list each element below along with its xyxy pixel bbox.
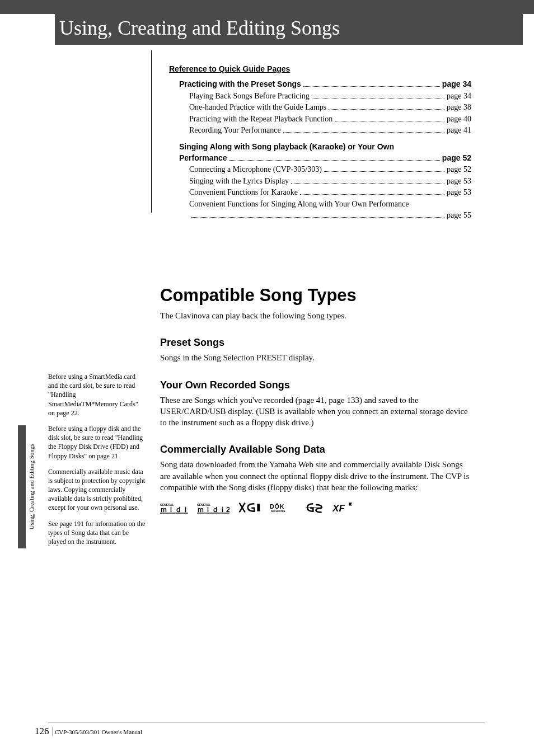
ref-page: page 38 xyxy=(447,102,471,113)
leader-dots xyxy=(329,109,444,110)
side-note: Commercially available music data is sub… xyxy=(48,467,146,513)
page-number: 126 xyxy=(35,726,49,737)
ref-heading: Performance page 52 xyxy=(169,153,471,164)
ref-label: Recording Your Performance xyxy=(189,125,281,136)
ref-item-wrap: Convenient Functions for Singing Along w… xyxy=(169,199,471,210)
leader-dots xyxy=(324,171,444,172)
ref-page: page 52 xyxy=(447,164,471,175)
ref-item: One-handed Practice with the Guide Lamps… xyxy=(169,102,471,113)
svg-text:ｍｉｄｉ2: ｍｉｄｉ2 xyxy=(197,505,229,514)
body-text: Songs in the Song Selection PRESET displ… xyxy=(160,352,474,363)
ref-heading-wrap: Singing Along with Song playback (Karaok… xyxy=(169,142,471,153)
ref-page: page 52 xyxy=(442,153,471,164)
body-text: Song data downloaded from the Yamaha Web… xyxy=(160,459,474,493)
gm-logo-icon: GENERALｍｉｄｉ xyxy=(160,501,188,516)
ref-page: page 34 xyxy=(442,79,471,90)
gm2-logo-icon: GENERALｍｉｄｉ2 xyxy=(197,501,229,516)
side-note: Before using a floppy disk and the disk … xyxy=(48,424,146,461)
svg-rect-4 xyxy=(257,504,260,511)
svg-text:XF: XF xyxy=(332,503,345,514)
leader-dots xyxy=(283,132,444,133)
ref-page: page 41 xyxy=(447,125,471,136)
ref-label: Connecting a Microphone (CVP-305/303) xyxy=(189,164,322,175)
page-title-band: Using, Creating and Editing Songs xyxy=(55,11,523,45)
side-column: Before using a SmartMedia card and the c… xyxy=(48,372,146,553)
svg-text:ｍｉｄｉ: ｍｉｄｉ xyxy=(160,505,188,514)
footer-text: CVP-305/303/301 Owner's Manual xyxy=(55,729,142,735)
xg-logo-icon xyxy=(238,501,261,516)
disk-orchestra-logo-icon: DÖKORCHESTRA xyxy=(270,501,296,516)
ref-item: Recording Your Performance page 41 xyxy=(169,125,471,136)
ref-item: Singing with the Lyrics Display page 53 xyxy=(169,176,471,187)
page-title: Using, Creating and Editing Songs xyxy=(59,17,340,39)
ref-label: Convenient Functions for Karaoke xyxy=(189,187,298,198)
svg-text:ORCHESTRA: ORCHESTRA xyxy=(271,510,285,513)
footer-divider xyxy=(48,722,485,722)
section-h2: Commercially Available Song Data xyxy=(160,444,474,456)
margin-tab xyxy=(18,425,26,548)
ref-label: One-handed Practice with the Guide Lamps xyxy=(189,102,326,113)
leader-dots xyxy=(291,183,444,184)
ref-page: page 55 xyxy=(447,210,471,221)
ref-item: Connecting a Microphone (CVP-305/303) pa… xyxy=(169,164,471,175)
xf-logo-icon: XF xyxy=(332,501,354,516)
side-note: Before using a SmartMedia card and the c… xyxy=(48,372,146,417)
ref-item: Practicing with the Repeat Playback Func… xyxy=(169,114,471,125)
vertical-divider xyxy=(151,50,152,213)
leader-dots xyxy=(303,86,440,87)
margin-tab-text: Using, Creating and Editing Songs xyxy=(28,425,35,548)
leader-dots xyxy=(335,121,444,121)
leader-dots xyxy=(312,98,444,98)
ref-page: page 40 xyxy=(447,114,471,125)
ref-item: Convenient Functions for Karaoke page 53 xyxy=(169,187,471,198)
ref-label: Practicing with the Repeat Playback Func… xyxy=(189,114,332,125)
reference-title: Reference to Quick Guide Pages xyxy=(169,64,471,73)
reference-box: Reference to Quick Guide Pages Practicin… xyxy=(169,64,471,221)
ref-page: page 34 xyxy=(447,91,471,102)
main-column: Compatible Song Types The Clavinova can … xyxy=(160,285,474,516)
gs-logo-icon xyxy=(305,501,324,516)
leader-dots xyxy=(191,217,444,218)
ref-label: Practicing with the Preset Songs xyxy=(179,79,301,90)
ref-heading: Practicing with the Preset Songs page 34 xyxy=(169,79,471,90)
section-h2: Your Own Recorded Songs xyxy=(160,379,474,391)
leader-dots xyxy=(229,160,440,161)
ref-item: Playing Back Songs Before Practicing pag… xyxy=(169,91,471,102)
side-note: See page 191 for information on the type… xyxy=(48,519,146,547)
leader-dots xyxy=(300,194,444,195)
ref-label: Performance xyxy=(179,153,227,164)
ref-label: Playing Back Songs Before Practicing xyxy=(189,91,310,102)
ref-label: Singing with the Lyrics Display xyxy=(189,176,289,187)
title-left-block xyxy=(55,14,59,45)
ref-page: page 53 xyxy=(447,187,471,198)
section-h1: Compatible Song Types xyxy=(160,285,474,306)
format-logos-row: GENERALｍｉｄｉ GENERALｍｉｄｉ2 DÖKORCHESTRA XF xyxy=(160,501,474,516)
body-text: These are Songs which you've recorded (p… xyxy=(160,395,474,429)
section-h2: Preset Songs xyxy=(160,337,474,349)
ref-item: page 55 xyxy=(169,210,471,221)
ref-page: page 53 xyxy=(447,176,471,187)
svg-text:DÖK: DÖK xyxy=(270,503,284,510)
footer-line xyxy=(52,727,53,736)
intro-text: The Clavinova can play back the followin… xyxy=(160,310,474,321)
